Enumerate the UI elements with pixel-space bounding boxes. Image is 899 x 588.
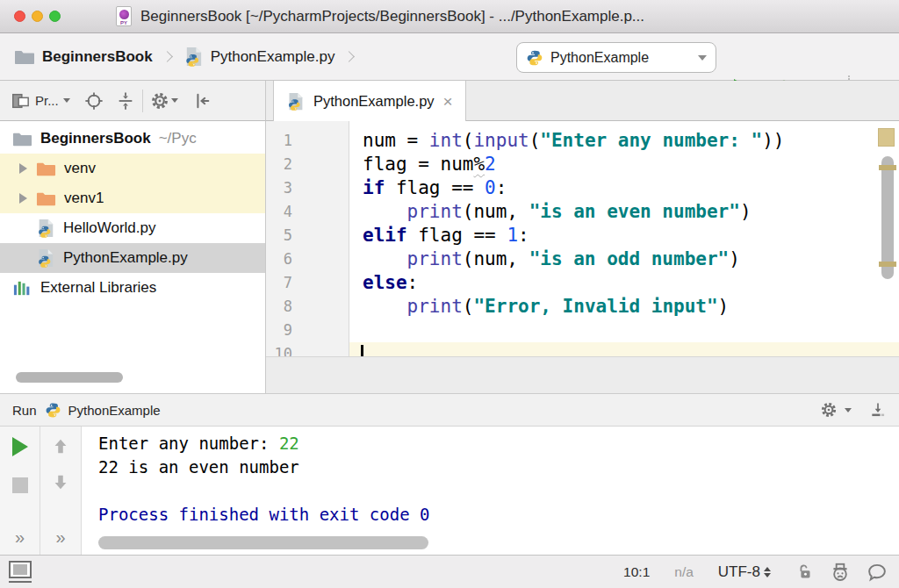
project-horizontal-scrollbar[interactable] (16, 372, 123, 383)
tab-label: PythonExample.py (313, 93, 435, 110)
up-stack-trace-icon[interactable] (51, 437, 70, 456)
project-toolwindow-header: Pr... (0, 81, 266, 121)
run-configuration-select[interactable]: PythonExample (516, 42, 716, 73)
tree-item-label: PythonExample.py (63, 249, 188, 267)
tree-item-pythonexample-py[interactable]: PythonExample.py (0, 243, 265, 273)
line-number: 4 (266, 200, 292, 224)
line-number: 3 (266, 176, 292, 200)
collapse-all-icon[interactable] (116, 91, 135, 111)
tree-item-venv1[interactable]: venv1 (0, 183, 265, 213)
inspection-status-marker[interactable] (878, 128, 895, 147)
close-window-button[interactable] (14, 11, 25, 22)
editor-tab-strip: PythonExample.py × (266, 81, 899, 121)
tree-item-label: venv1 (64, 190, 104, 207)
highlighting-level-hector-icon[interactable] (829, 561, 852, 584)
toolwindow-switcher-icon[interactable] (9, 561, 32, 583)
code-line-6: print(num, "is an odd number") (363, 247, 878, 271)
hide-panel-icon[interactable] (192, 91, 212, 111)
code-line-9 (363, 319, 878, 342)
project-folder-icon (14, 47, 35, 68)
minimize-window-button[interactable] (32, 11, 43, 22)
python-logo-icon (526, 49, 543, 67)
tree-item-external-libraries[interactable]: External Libraries (0, 273, 265, 303)
breadcrumb-chevron-icon (344, 51, 356, 62)
console-line (98, 479, 430, 503)
python-file-icon (286, 92, 305, 111)
editor-vertical-scrollbar[interactable] (881, 156, 894, 279)
console-run-toolbar: » (0, 427, 40, 555)
console-output[interactable]: Enter any number: 2222 is an even number… (98, 432, 430, 527)
run-settings-gear-icon[interactable] (820, 401, 838, 419)
run-panel-title: Run (12, 403, 37, 418)
breadcrumb-project[interactable]: BeginnersBook (42, 48, 153, 66)
editor-bottom-strip (266, 356, 899, 393)
write-access-lock-icon[interactable] (795, 563, 815, 582)
line-number: 5 (266, 224, 292, 247)
code-line-8: print("Error, Invalid input") (363, 295, 878, 319)
line-separator-indicator[interactable]: n/a (674, 564, 694, 580)
breadcrumb-file[interactable]: PythonExample.py (211, 48, 335, 66)
line-number: 6 (266, 247, 292, 271)
console-nav-toolbar: » (40, 427, 82, 555)
run-config-name: PythonExample (68, 403, 161, 418)
breadcrumb: BeginnersBook PythonExample.py (14, 33, 365, 80)
line-number: 2 (266, 153, 292, 176)
chevron-down-icon (845, 408, 852, 412)
tree-item-label: venv (64, 160, 96, 177)
pycharm-document-icon: PY (116, 6, 132, 26)
tree-item-helloworld-py[interactable]: HelloWorld.py (0, 213, 265, 243)
settings-gear-icon[interactable] (150, 91, 169, 111)
project-tree: BeginnersBook~/Pycvenvvenv1HelloWorld.py… (0, 121, 265, 303)
editor-gutter: 12345678910 (266, 121, 349, 356)
tree-item-venv[interactable]: venv (0, 154, 265, 183)
chevron-down-icon (63, 98, 70, 103)
expand-arrow-icon[interactable] (19, 163, 27, 174)
code-line-2: flag = num%2 (363, 153, 878, 176)
project-toolwindow-icon[interactable] (11, 91, 30, 111)
console-horizontal-scrollbar[interactable] (98, 536, 428, 549)
rerun-button[interactable] (12, 437, 28, 456)
line-number: 1 (266, 129, 292, 153)
caret-position-indicator[interactable]: 10:1 (623, 564, 650, 580)
code-line-4: print(num, "is an even number") (363, 200, 878, 224)
python-logo-icon (45, 402, 61, 419)
code-line-1: num = int(input("Enter any number: ")) (363, 129, 878, 153)
status-bar: 10:1 n/a UTF-8 (0, 555, 899, 588)
close-tab-icon[interactable]: × (443, 93, 453, 110)
tree-item-label: BeginnersBook (40, 130, 151, 147)
expand-arrow-icon[interactable] (19, 193, 27, 204)
project-tree-panel: BeginnersBook~/Pycvenvvenv1HelloWorld.py… (0, 121, 266, 393)
line-number: 8 (266, 295, 292, 319)
python-file-icon (183, 47, 204, 67)
project-view-selector[interactable]: Pr... (35, 93, 59, 108)
console-line: 22 is an even number (98, 455, 430, 479)
code-line-5: elif flag == 1: (363, 224, 878, 247)
chevron-down-icon (171, 98, 178, 103)
warning-stripe-mark[interactable] (879, 262, 896, 267)
code-line-7: else: (363, 271, 878, 295)
console-line: Enter any number: 22 (98, 432, 430, 455)
event-log-bubble-icon[interactable] (866, 561, 888, 584)
tree-item-beginnersbook[interactable]: BeginnersBook~/Pyc (0, 124, 265, 154)
locate-target-icon[interactable] (84, 91, 104, 111)
code-line-3: if flag == 0: (363, 176, 878, 200)
navigation-toolbar: BeginnersBook PythonExample.py PythonExa… (0, 33, 899, 81)
main-area: BeginnersBook~/Pycvenvvenv1HelloWorld.py… (0, 121, 899, 393)
window-title: BeginnersBook [~/PycharmProjects/Beginne… (140, 8, 644, 25)
second-row: Pr... (0, 81, 899, 121)
tree-item-label: HelloWorld.py (63, 219, 156, 237)
more-actions-icon[interactable]: » (15, 527, 25, 548)
down-stack-trace-icon[interactable] (51, 472, 70, 491)
warning-stripe-mark[interactable] (879, 165, 896, 170)
chevron-down-icon (698, 55, 707, 61)
console-stop-button[interactable] (12, 477, 28, 493)
dock-pin-icon[interactable] (869, 401, 887, 419)
zoom-window-button[interactable] (49, 11, 61, 22)
run-console: » » Enter any number: 2222 is an even nu… (0, 427, 899, 555)
tab-pythonexample[interactable]: PythonExample.py × (273, 81, 466, 121)
run-configuration-label: PythonExample (550, 50, 698, 66)
encoding-selector[interactable]: UTF-8 (718, 563, 771, 581)
more-actions-icon[interactable]: » (55, 527, 65, 548)
code-editor[interactable]: 12345678910 num = int(input("Enter any n… (266, 121, 899, 393)
tree-item-path: ~/Pyc (159, 130, 197, 147)
